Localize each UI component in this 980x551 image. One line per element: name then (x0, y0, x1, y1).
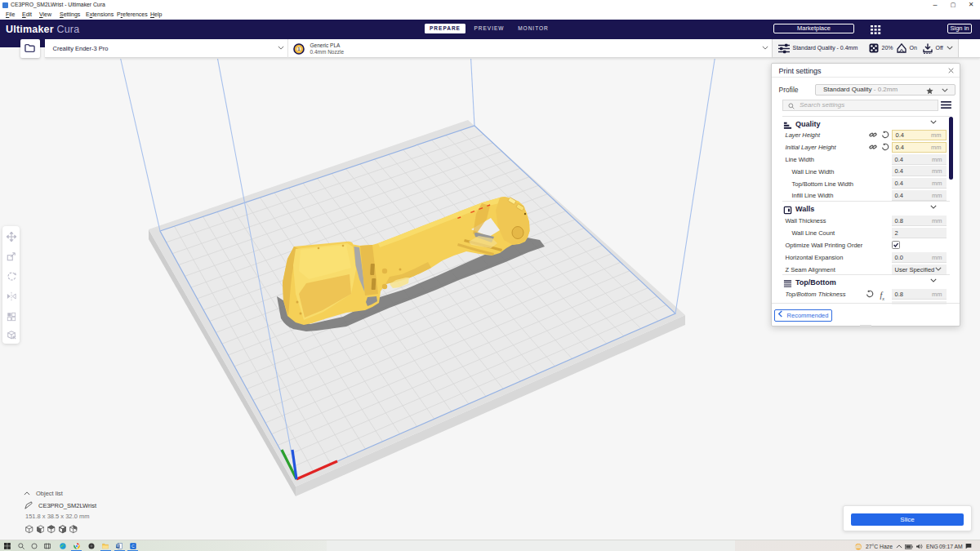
svg-text:C: C (131, 544, 135, 549)
